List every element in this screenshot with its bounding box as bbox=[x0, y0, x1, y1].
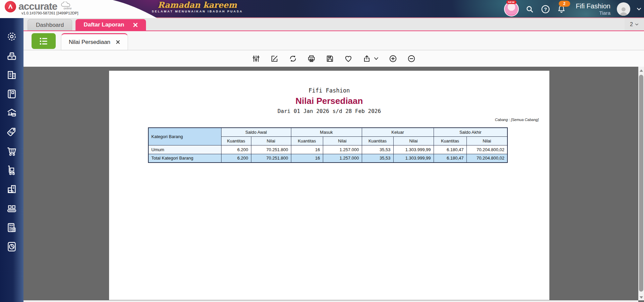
banner-subtitle: SELAMAT MENUNAIKAN IBADAH PUASA bbox=[137, 10, 258, 13]
sub-header: Nilai bbox=[466, 136, 507, 145]
subtab-nilai-persediaan[interactable]: Nilai Persediaan bbox=[61, 33, 128, 50]
tab-dashboard[interactable]: Dashboard bbox=[28, 19, 72, 31]
heart-icon bbox=[344, 54, 353, 63]
search-icon bbox=[525, 5, 534, 14]
sidebar-item-settings[interactable] bbox=[5, 31, 18, 43]
table-cell: 70.251.800 bbox=[251, 145, 291, 154]
sidebar: Rp TAX bbox=[0, 18, 23, 302]
export-options-button[interactable] bbox=[374, 57, 379, 60]
zoom-out-button[interactable] bbox=[407, 54, 416, 63]
export-icon bbox=[362, 54, 371, 63]
new-badge: NEW bbox=[506, 0, 516, 4]
zoom-out-icon bbox=[407, 54, 416, 63]
accurate-logo[interactable]: accurate online bbox=[5, 1, 74, 12]
group-header-masuk: Masuk bbox=[291, 128, 362, 136]
sub-header: Nilai bbox=[251, 136, 291, 145]
open-tabs-count: 2 bbox=[630, 21, 633, 27]
edit-button[interactable] bbox=[270, 54, 279, 63]
close-icon[interactable] bbox=[116, 40, 120, 44]
top-banner: Ramadan kareem SELAMAT MENUNAIKAN IBADAH… bbox=[0, 0, 644, 18]
brand-sub: online bbox=[63, 7, 71, 10]
favorite-button[interactable] bbox=[344, 54, 353, 63]
report-menu-button[interactable] bbox=[32, 33, 56, 49]
tab-dashboard-label: Dashboard bbox=[36, 22, 64, 28]
sidebar-item-tax[interactable]: TAX bbox=[5, 222, 18, 234]
table-row-umum: Umum 6.200 70.251.800 16 1.257.000 35,53… bbox=[148, 145, 507, 154]
table-cell: 6.200 bbox=[221, 154, 251, 163]
accurate-logo-icon bbox=[5, 1, 16, 12]
report-page: Fifi Fashion Nilai Persediaan Dari 01 Ja… bbox=[109, 71, 549, 300]
sidebar-item-ledger[interactable] bbox=[5, 88, 18, 100]
sidebar-item-company[interactable] bbox=[5, 69, 18, 81]
help-button[interactable]: ? bbox=[541, 4, 550, 14]
sidebar-item-manufacture[interactable] bbox=[5, 202, 18, 215]
report-toolbar bbox=[23, 50, 644, 67]
svg-text:Rp: Rp bbox=[9, 131, 13, 134]
row-label: Total Kategori Barang bbox=[148, 154, 221, 163]
bank-icon bbox=[6, 107, 18, 119]
triangle-down-icon bbox=[640, 296, 643, 299]
scroll-up-button[interactable] bbox=[638, 67, 644, 73]
report-title: Nilai Persediaan bbox=[109, 96, 549, 106]
report-period: Dari 01 Jan 2026 s/d 28 Feb 2026 bbox=[109, 108, 549, 114]
content-area: Dashboard Daftar Laporan 2 Nilai Persedi… bbox=[23, 18, 644, 302]
vertical-scrollbar[interactable] bbox=[638, 67, 644, 300]
sub-header: Kuantitas bbox=[434, 136, 466, 145]
open-tabs-dropdown[interactable]: 2 bbox=[625, 18, 644, 31]
assets-building-car-icon bbox=[6, 183, 18, 195]
buildings-icon bbox=[6, 69, 18, 81]
horizontal-scrollbar[interactable] bbox=[23, 300, 638, 302]
export-button[interactable] bbox=[362, 54, 371, 63]
group-header-saldo-awal: Saldo Awal bbox=[221, 128, 291, 136]
filter-button[interactable] bbox=[251, 54, 261, 63]
sub-header: Nilai bbox=[393, 136, 434, 145]
scroll-down-button[interactable] bbox=[638, 294, 644, 300]
save-button[interactable] bbox=[325, 54, 335, 63]
topbar-actions: NEW ? 2 Fifi Fashion Tiara bbox=[504, 0, 641, 18]
print-button[interactable] bbox=[307, 54, 316, 63]
user-info: Fifi Fashion Tiara bbox=[576, 2, 610, 16]
subtab-label: Nilai Persediaan bbox=[69, 39, 110, 46]
sidebar-item-assets[interactable] bbox=[5, 183, 18, 195]
tab-daftar-laporan[interactable]: Daftar Laporan bbox=[76, 19, 146, 31]
table-row-total: Total Kategori Barang 6.200 70.251.800 1… bbox=[148, 154, 507, 163]
scrollbar-thumb[interactable] bbox=[639, 75, 643, 292]
report-tab-bar: Nilai Persediaan bbox=[23, 31, 644, 50]
user-avatar[interactable] bbox=[617, 2, 630, 16]
sub-header: Kuantitas bbox=[362, 136, 393, 145]
sidebar-item-bank[interactable] bbox=[5, 107, 18, 119]
report-company: Fifi Fashion bbox=[109, 87, 549, 94]
notifications-button[interactable]: 2 bbox=[557, 4, 566, 14]
notification-count-badge: 2 bbox=[559, 1, 570, 7]
group-header-saldo-akhir: Saldo Akhir bbox=[434, 128, 507, 136]
table-cell: 70.251.800 bbox=[251, 154, 291, 163]
conveyor-boxes-icon bbox=[6, 202, 18, 215]
sidebar-item-delivery[interactable] bbox=[5, 164, 18, 176]
shopping-cart-icon bbox=[6, 145, 18, 157]
sidebar-item-cash-register[interactable] bbox=[5, 50, 18, 62]
help-icon: ? bbox=[541, 4, 550, 14]
user-menu-chevron[interactable] bbox=[637, 7, 641, 11]
zoom-in-button[interactable] bbox=[388, 54, 398, 63]
table-cell: 1.303.999,99 bbox=[393, 154, 434, 163]
sidebar-item-reports[interactable] bbox=[5, 241, 18, 253]
sidebar-item-purchases[interactable] bbox=[5, 145, 18, 157]
search-button[interactable] bbox=[525, 5, 534, 14]
report-pie-chart-icon bbox=[6, 241, 18, 253]
version-text: v1.0.1#3790-587261 [3499P12DP] bbox=[21, 11, 78, 15]
person-icon bbox=[618, 6, 629, 16]
tax-document-icon: TAX bbox=[6, 222, 18, 234]
cash-register-icon bbox=[6, 50, 18, 62]
assistant-avatar-button[interactable]: NEW bbox=[504, 2, 519, 16]
close-icon[interactable] bbox=[133, 22, 138, 27]
table-cell: 16 bbox=[291, 154, 323, 163]
svg-text:TAX: TAX bbox=[9, 224, 13, 227]
table-cell: 1.257.000 bbox=[323, 154, 362, 163]
user-name: Tiara bbox=[576, 10, 610, 16]
report-branch: Cabang : [Semua Cabang] bbox=[109, 118, 549, 122]
sidebar-item-price-tag[interactable]: Rp bbox=[5, 126, 18, 138]
table-cell: 1.257.000 bbox=[323, 145, 362, 154]
save-icon bbox=[326, 54, 334, 63]
inventory-value-table: Kategori Barang Saldo Awal Masuk Keluar … bbox=[148, 127, 508, 163]
refresh-button[interactable] bbox=[288, 54, 298, 63]
